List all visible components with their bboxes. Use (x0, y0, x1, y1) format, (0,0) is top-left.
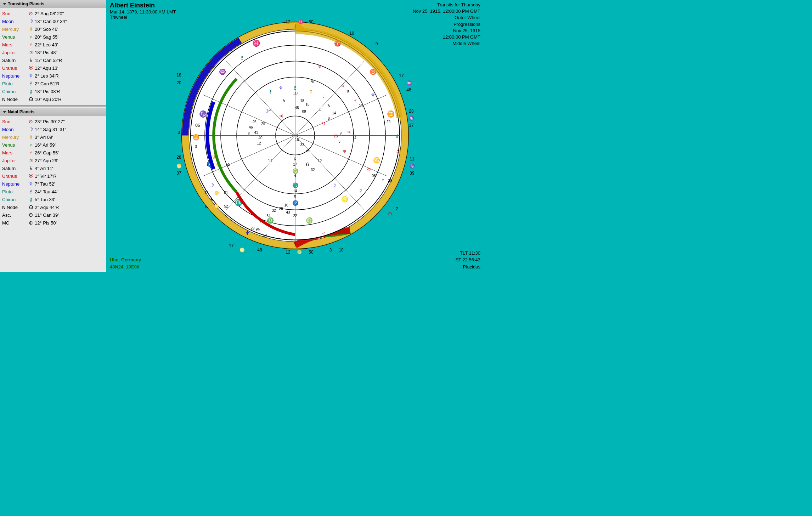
house-system: Placidus (455, 263, 480, 271)
transiting-header-label: Transiting Planets (8, 1, 44, 6)
svg-text:20: 20 (279, 207, 283, 211)
svg-text:☿: ☿ (310, 89, 312, 94)
planet-position: 11° Can 39' (35, 212, 104, 218)
svg-text:0: 0 (294, 194, 296, 198)
svg-text:⊕: ⊕ (311, 79, 315, 84)
planet-name: Mars (2, 42, 27, 47)
natal-planet-row: Jupiter ♃ 27° Aqu 29' (2, 157, 104, 164)
planet-symbol: ☿ (27, 134, 35, 140)
planet-symbol: ♂ (27, 150, 35, 155)
natal-planet-row: MC ⊕ 12° Pis 50' (2, 219, 104, 227)
transit-info: Transits for Thursday Nov 25, 1915, 12:0… (413, 2, 480, 47)
svg-text:12: 12 (286, 19, 291, 24)
transiting-planet-row: Jupiter ♃ 18° Pis 48' (2, 49, 104, 56)
transiting-planets-table: Sun ⊙ 2° Sag 08' 20" Moon ☽ 13° Can 00' … (0, 8, 106, 104)
natal-planet-row: N Node ☊ 2° Aqu 44'R (2, 203, 104, 211)
planet-position: 4° Ari 11' (35, 166, 104, 171)
planet-name: Sun (2, 119, 27, 124)
svg-text:3: 3 (178, 130, 180, 135)
planet-name: Mercury (2, 135, 27, 140)
coordinates: 48N24, 10E00 (110, 263, 141, 271)
planet-symbol: ♃ (27, 50, 35, 55)
svg-text:28: 28 (409, 109, 414, 114)
planet-position: 14° Sag 31' 31" (35, 127, 104, 132)
svg-text:32: 32 (311, 168, 315, 172)
transit-line2: Nov 25, 1915, 12:00:00 PM GMT (413, 8, 480, 15)
svg-text:40: 40 (258, 136, 263, 140)
natal-planet-row: Saturn ♄ 4° Ari 11' (2, 164, 104, 172)
svg-text:♋: ♋ (214, 204, 219, 209)
svg-text:8: 8 (328, 117, 330, 120)
svg-text:♋: ♋ (373, 157, 380, 164)
planet-name: Sun (2, 11, 27, 16)
planet-symbol: ♂ (27, 42, 35, 47)
svg-text:33: 33 (300, 143, 304, 147)
svg-text:17: 17 (229, 243, 234, 248)
planet-name: Neptune (2, 181, 27, 187)
planet-name: Jupiter (2, 158, 27, 163)
svg-text:20: 20 (388, 178, 392, 182)
planet-name: Chiron (2, 89, 27, 94)
planet-position: 2° Aqu 44'R (35, 205, 104, 210)
planet-position: 2° Can 51'R (35, 81, 104, 86)
planet-symbol: ♀ (27, 142, 35, 148)
planet-position: 12° Aqu 13' (35, 66, 104, 71)
collapse-transiting-icon[interactable] (3, 3, 6, 5)
planet-position: 13° Can 00' 34" (35, 19, 104, 24)
transiting-header: Transiting Planets (0, 0, 106, 8)
collapse-natal-icon[interactable] (3, 111, 6, 113)
planet-position: 7° Tau 52' (35, 181, 104, 187)
natal-planet-row: Mars ♂ 26° Cap 55' (2, 149, 104, 157)
svg-text:06: 06 (195, 123, 200, 128)
planet-position: 22° Leo 43' (35, 42, 104, 47)
svg-text:50: 50 (309, 250, 314, 255)
planet-position: 2° Leo 34'R (35, 73, 104, 79)
svg-text:23: 23 (334, 134, 338, 138)
svg-text:4: 4 (294, 173, 296, 178)
svg-text:♍: ♍ (306, 217, 313, 224)
svg-text:08: 08 (372, 174, 376, 178)
svg-text:5: 5 (347, 90, 349, 94)
svg-text:♌: ♌ (341, 196, 348, 203)
planet-position: 12° Pis 50' (35, 220, 104, 226)
planet-name: N Node (2, 97, 27, 102)
svg-text:2: 2 (207, 163, 209, 166)
svg-text:1: 1 (318, 107, 321, 112)
svg-text:3: 3 (329, 248, 332, 253)
svg-text:12: 12 (317, 158, 322, 163)
st-value: ST 22:56:43 (455, 256, 480, 263)
city-name: Ulm, Germany (110, 256, 141, 263)
svg-text:12: 12 (257, 141, 261, 145)
svg-text:43: 43 (286, 210, 290, 214)
planet-position: 18° Pis 48' (35, 50, 104, 55)
person-name: Albert Einstein (110, 2, 176, 9)
birth-date: Mar 14, 1879, 11:30:00 AM LMT (110, 9, 176, 15)
planet-symbol: ♅ (27, 173, 35, 179)
svg-text:☿: ☿ (359, 188, 362, 193)
transit-line7: Middle Wheel (413, 40, 480, 47)
svg-text:11: 11 (268, 158, 273, 163)
planet-symbol: ☿ (27, 26, 35, 32)
svg-text:18: 18 (305, 102, 310, 106)
planet-symbol: ⚷ (27, 89, 35, 94)
svg-text:Θ: Θ (256, 227, 260, 232)
svg-text:10: 10 (293, 91, 298, 96)
planet-position: 26° Cap 55' (35, 150, 104, 155)
svg-text:♂: ♂ (354, 98, 357, 103)
planet-name: Venus (2, 142, 27, 148)
svg-text:18: 18 (339, 248, 344, 253)
svg-text:3: 3 (338, 140, 340, 143)
planet-position: 18° Pis 08'R (35, 89, 104, 94)
svg-text:♎: ♎ (267, 217, 274, 224)
svg-text:14: 14 (263, 233, 267, 237)
planet-name: Venus (2, 34, 27, 40)
svg-text:12: 12 (286, 250, 291, 255)
svg-text:♆: ♆ (245, 230, 250, 236)
svg-text:♍: ♍ (297, 249, 302, 255)
transiting-planet-row: N Node ☊ 10° Aqu 20'R (2, 95, 104, 103)
planet-name: Uranus (2, 174, 27, 179)
planet-position: 27° Aqu 29' (35, 158, 104, 163)
svg-text:♅: ♅ (343, 149, 347, 154)
planet-name: Jupiter (2, 50, 27, 55)
planet-symbol: ♆ (27, 73, 35, 79)
